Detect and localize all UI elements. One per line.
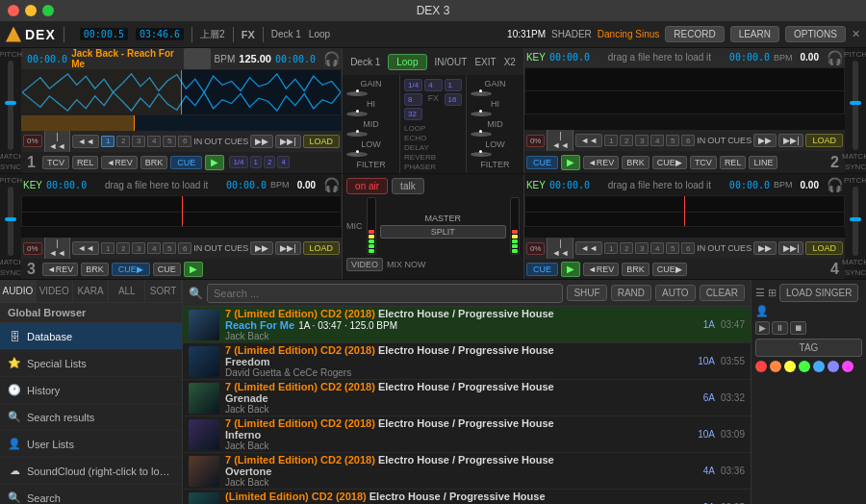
color-dot[interactable] [842,361,853,372]
cue-pad-6[interactable]: 6 [178,136,191,147]
gain-knob-2[interactable] [471,91,492,96]
cue-pad-2-3[interactable]: 3 [635,135,649,146]
cue-pad-3-3[interactable]: 3 [132,242,145,254]
brk-btn-4[interactable]: BRK [622,263,650,276]
sidebar-item-search-results[interactable]: 🔍 Search results [0,404,182,431]
loop-2[interactable]: 2 [264,156,275,168]
low-knob-1[interactable] [346,152,368,157]
cue-pad-4-3[interactable]: 3 [635,242,649,254]
cue-pad-2-1[interactable]: 1 [604,135,618,146]
loop-1/4[interactable]: 1/4 [229,156,247,168]
right-stop-btn[interactable]: ⏹ [790,321,806,335]
loop-4[interactable]: 4 [277,156,289,168]
tab-audio[interactable]: AUDIO [0,280,37,302]
tcv-btn-2[interactable]: TCV [690,156,717,169]
sidebar-item-special-lists[interactable]: ⭐ Special Lists [0,350,182,377]
clear-btn[interactable]: CLEAR [700,285,745,301]
brk-btn-1[interactable]: BRK [140,156,168,169]
back-btn-3[interactable]: ◄◄ [72,241,99,255]
effect-delay[interactable]: DELAY [404,143,462,152]
sync-btn-2[interactable]: SYNC [845,163,866,171]
cue-pad-3-6[interactable]: 6 [178,242,191,254]
cue-pad-3-1[interactable]: 1 [101,242,115,254]
match-btn-2[interactable]: MATCH [842,152,866,161]
cue-pad-4-6[interactable]: 6 [681,242,695,254]
sidebar-item-soundcloud[interactable]: ☁ SoundCloud (right-click to login) [0,458,182,485]
talk-btn[interactable]: talk [392,178,424,194]
back-btn-1[interactable]: ◄◄ [72,135,99,148]
match-btn-4[interactable]: MATCH [842,258,866,266]
cue-pad-2-4[interactable]: 4 [650,135,664,146]
sidebar-item-history[interactable]: 🕐 History [0,377,182,404]
cue-pad-4-1[interactable]: 1 [604,242,618,254]
shuf-btn[interactable]: SHUF [567,285,606,301]
sync-btn-4[interactable]: SYNC [845,268,866,277]
video-btn[interactable]: VIDEO [346,258,383,271]
low-knob-2[interactable] [471,152,492,157]
cue-btn-4[interactable]: CUE [526,263,558,276]
color-dot[interactable] [770,361,781,372]
tab-all[interactable]: ALL [109,280,145,302]
window-controls[interactable] [8,5,54,16]
cue-pad-2[interactable]: 2 [116,136,130,147]
ff-btn-1[interactable]: ▶▶ [250,135,273,148]
back-btn-4[interactable]: ◄◄ [575,241,602,255]
cue-pad-5[interactable]: 5 [163,136,176,147]
cue-pad-3-5[interactable]: 5 [163,242,176,254]
cue-pad-2-6[interactable]: 6 [681,135,695,146]
tag-btn[interactable]: TAG [755,339,862,357]
record-btn[interactable]: RECORD [665,26,724,42]
load-btn-3[interactable]: LOAD [303,241,341,255]
rewind-btn-2[interactable]: |◄◄ [547,129,573,152]
rewind-btn-4[interactable]: |◄◄ [547,237,573,260]
pitch-slider-3[interactable] [8,187,13,256]
close-icon[interactable]: ✕ [852,28,860,40]
cue-btn-3[interactable]: CUE▶ [112,263,150,276]
split-btn[interactable]: SPLIT [380,225,506,239]
effect-loop[interactable]: LOOP [404,124,462,133]
load-btn-1[interactable]: LOAD [303,135,341,148]
track-item[interactable]: 7 (Limited Edition) CD2 (2018) Electro H… [183,307,751,343]
hi-knob-1[interactable] [346,112,368,116]
back-btn-2[interactable]: ◄◄ [575,134,602,147]
search-input[interactable] [207,284,563,303]
tcv-btn-1[interactable]: TCV [42,156,69,169]
rev-btn-1[interactable]: ◄REV [101,156,137,169]
cue-pad-2-2[interactable]: 2 [620,135,633,146]
cue-pad-4-4[interactable]: 4 [650,242,664,254]
color-dot[interactable] [828,361,839,372]
sync-btn-3[interactable]: SYNC [0,268,21,277]
track-item[interactable]: 7 (Limited Edition) CD2 (2018) Electro H… [183,416,751,453]
load-btn-2[interactable]: LOAD [805,134,843,147]
sidebar-item-user-lists[interactable]: 👤 User Lists [0,431,182,458]
rev-btn-2[interactable]: ◄REV [583,156,619,169]
track-item[interactable]: (Limited Edition) CD2 (2018) Electro Hou… [183,490,751,504]
tab-kara[interactable]: KARA [73,280,110,302]
rewind-btn-1[interactable]: |◄◄ [44,130,71,153]
effect-reverb[interactable]: REVERB [404,153,462,162]
mid-knob-2[interactable] [471,132,492,137]
cue-play-btn-2[interactable]: CUE▶ [652,156,687,169]
pitch-slider-4[interactable] [853,187,858,256]
loop-1[interactable]: 1 [250,156,262,168]
color-dot[interactable] [799,361,810,372]
learn-btn[interactable]: LEARN [730,26,779,42]
color-dot[interactable] [784,361,796,372]
brk-btn-2[interactable]: BRK [622,156,650,169]
cue-pad-4-5[interactable]: 5 [666,242,679,254]
ffd-btn-2[interactable]: ▶▶| [778,134,803,147]
loop-4-btn[interactable]: 4 [424,79,442,91]
cue-pad-4-2[interactable]: 2 [620,242,633,254]
sync-btn-1[interactable]: SYNC [0,163,21,171]
rewind-btn-3[interactable]: |◄◄ [44,237,71,260]
close-btn[interactable] [8,5,19,16]
cue-pad-3-2[interactable]: 2 [116,242,130,254]
ff-btn-4[interactable]: ▶▶ [753,241,777,255]
headphones-icon-3[interactable]: 🎧 [323,177,340,192]
options-btn[interactable]: OPTIONS [785,26,846,42]
play-btn-2[interactable]: ▶ [561,155,580,170]
gain-knob-1[interactable] [346,91,368,96]
loop-32-btn[interactable]: 32 [404,108,422,120]
track-item[interactable]: 7 (Limited Edition) CD2 (2018) Electro H… [183,343,751,380]
headphones-icon-1[interactable]: 🎧 [323,51,340,66]
